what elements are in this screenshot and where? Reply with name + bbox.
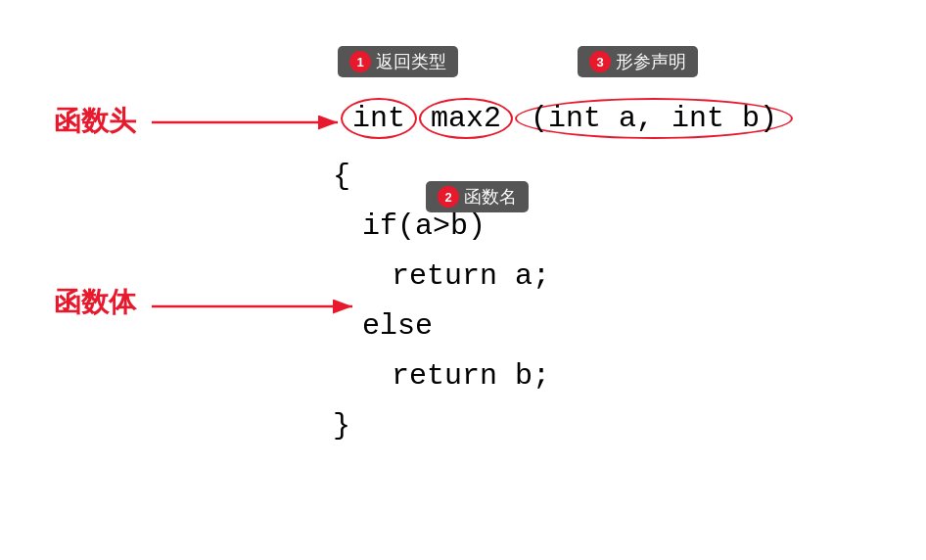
badge3-number: 3 [589,51,611,72]
keyword-int: int [341,98,417,139]
badge-return-type: 1返回类型 [338,46,458,77]
diagram: 函数头 函数体 1返回类型 3形参声明 2函数名 int max2 (in [0,0,926,560]
code-line-return-b: return b; [333,351,550,401]
code-line-brace-open: { [333,152,550,202]
label-hanshu-tou: 函数头 [54,103,136,140]
badge3-text: 形参声明 [616,52,686,71]
arrow-hanshu-tou [152,108,347,137]
func-name: max2 [419,98,513,139]
badge1-number: 1 [349,51,371,72]
code-line-else: else [333,302,550,351]
badge1-text: 返回类型 [376,52,446,71]
badge-params: 3形参声明 [578,46,698,77]
code-line-brace-close: } [333,401,550,451]
code-line-if: if(a>b) [333,202,550,252]
code-line-return-a: return a; [333,252,550,302]
code-line-1: int max2 (int a, int b) [341,98,793,139]
code-block: { if(a>b) return a; else return b; } [333,152,550,451]
arrow-hanshu-ti [152,292,362,321]
params: (int a, int b) [515,98,793,139]
label-hanshu-ti: 函数体 [54,284,136,321]
